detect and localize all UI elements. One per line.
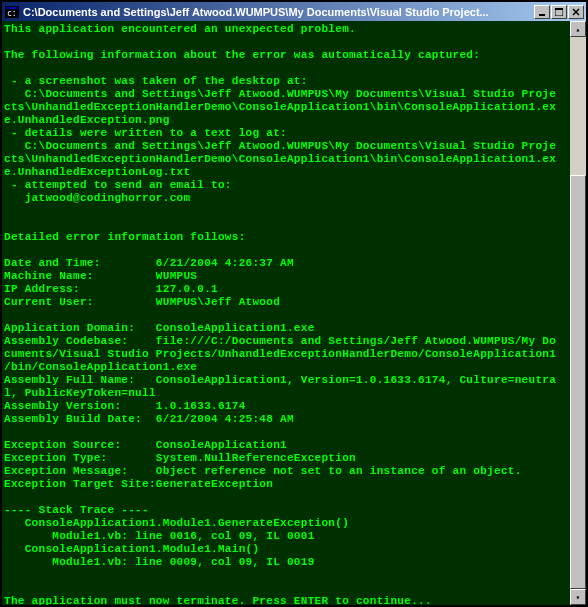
console-window: c: C:\Documents and Settings\Jeff Atwood… [0,0,588,607]
svg-rect-4 [539,14,545,16]
scroll-up-button[interactable]: ▴ [570,21,586,37]
window-title: C:\Documents and Settings\Jeff Atwood.WU… [23,6,534,18]
scroll-down-button[interactable]: ▾ [570,589,586,605]
svg-rect-6 [555,8,563,10]
window-controls [534,5,584,19]
maximize-button[interactable] [551,5,567,19]
scrollbar-thumb[interactable] [570,175,586,589]
console-area: This application encountered an unexpect… [2,21,586,605]
close-button[interactable] [568,5,584,19]
minimize-button[interactable] [534,5,550,19]
vertical-scrollbar[interactable]: ▴ ▾ [570,21,586,605]
titlebar: c: C:\Documents and Settings\Jeff Atwood… [2,2,586,21]
console-output: This application encountered an unexpect… [4,23,568,605]
minimize-icon [538,8,546,16]
maximize-icon [555,8,563,16]
scroll-up-icon: ▴ [576,25,581,34]
svg-text:c:: c: [7,9,17,18]
scrollbar-track[interactable] [570,37,586,589]
app-icon: c: [4,4,20,20]
close-icon [572,8,580,16]
scroll-down-icon: ▾ [576,593,581,602]
